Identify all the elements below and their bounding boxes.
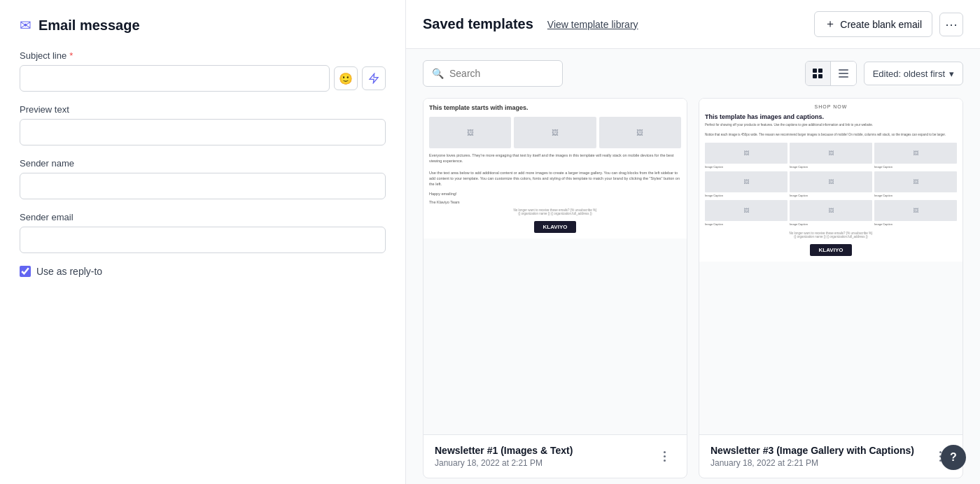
right-panel: Saved templates View template library ＋ … (406, 0, 980, 484)
template-card[interactable]: SHOP NOW This template has images and ca… (699, 98, 963, 478)
preview-text-group: Preview text (20, 104, 386, 145)
required-indicator: * (69, 50, 73, 61)
reply-to-row: Use as reply-to (20, 266, 386, 277)
template-card[interactable]: This template starts with images. 🖼 🖼 🖼 … (423, 98, 687, 478)
create-blank-button[interactable]: ＋ Create blank email (814, 11, 932, 37)
subject-line-row: 🙂 (20, 65, 386, 92)
template-card-footer: Newsletter #3 (Image Gallery with Captio… (699, 434, 962, 478)
page-title: Email message (38, 17, 140, 34)
chevron-down-icon: ▾ (949, 69, 954, 79)
plus-icon: ＋ (825, 17, 836, 31)
subject-line-label: Subject line * (20, 50, 386, 61)
template-name: Newsletter #3 (Image Gallery with Captio… (710, 445, 929, 456)
svg-marker-0 (370, 73, 378, 83)
template-more-button[interactable] (653, 446, 676, 468)
svg-rect-1 (813, 69, 817, 73)
svg-rect-5 (839, 69, 848, 71)
ai-button[interactable] (362, 66, 386, 90)
grid-view-button[interactable] (806, 62, 831, 85)
svg-rect-6 (839, 73, 848, 74)
search-icon: 🔍 (432, 68, 444, 79)
template-name: Newsletter #1 (Images & Text) (435, 445, 653, 456)
template-card-footer: Newsletter #1 (Images & Text) January 18… (424, 434, 687, 478)
reply-to-label: Use as reply-to (36, 266, 102, 277)
view-library-button[interactable]: View template library (547, 19, 638, 30)
svg-rect-4 (818, 74, 822, 78)
controls-bar: 🔍 (406, 49, 980, 98)
header-left: Saved templates View template library (423, 16, 638, 32)
templates-grid: This template starts with images. 🖼 🖼 🖼 … (406, 98, 980, 484)
reply-to-checkbox[interactable] (20, 266, 31, 277)
template-date: January 18, 2022 at 2:21 PM (710, 458, 929, 468)
view-toggle (805, 61, 857, 86)
help-button[interactable]: ? (941, 445, 966, 470)
view-controls: Edited: oldest first ▾ (805, 61, 963, 86)
sender-name-label: Sender name (20, 158, 386, 169)
sender-email-input[interactable]: info@kltestsite2.myshopify.com (20, 227, 386, 253)
email-icon: ✉ (20, 17, 31, 34)
svg-rect-3 (813, 74, 817, 78)
preview-text-label: Preview text (20, 104, 386, 115)
search-input[interactable] (449, 68, 554, 79)
svg-rect-2 (818, 69, 822, 73)
search-box: 🔍 (423, 60, 563, 87)
sender-name-input[interactable]: Test Account (20, 173, 386, 199)
preview-text-input[interactable] (20, 119, 386, 145)
header-right: ＋ Create blank email ⋯ (814, 11, 963, 37)
right-header: Saved templates View template library ＋ … (406, 0, 980, 49)
left-header: ✉ Email message (20, 17, 386, 34)
template-date: January 18, 2022 at 2:21 PM (435, 458, 653, 468)
subject-line-group: Subject line * 🙂 (20, 50, 386, 92)
sender-name-group: Sender name Test Account (20, 158, 386, 199)
sender-email-label: Sender email (20, 212, 386, 222)
sort-dropdown[interactable]: Edited: oldest first ▾ (864, 62, 963, 85)
template-preview-1: This template starts with images. 🖼 🖼 🖼 … (424, 99, 687, 434)
list-view-button[interactable] (831, 62, 856, 85)
sender-email-group: Sender email info@kltestsite2.myshopify.… (20, 212, 386, 253)
left-panel: ✉ Email message Subject line * 🙂 Preview… (0, 0, 406, 484)
subject-line-input[interactable] (20, 65, 330, 92)
svg-rect-7 (839, 76, 848, 78)
more-options-button[interactable]: ⋯ (939, 13, 963, 36)
emoji-button[interactable]: 🙂 (334, 66, 358, 90)
template-preview-2: SHOP NOW This template has images and ca… (699, 99, 962, 434)
ellipsis-icon: ⋯ (945, 17, 958, 32)
templates-title: Saved templates (423, 16, 533, 32)
